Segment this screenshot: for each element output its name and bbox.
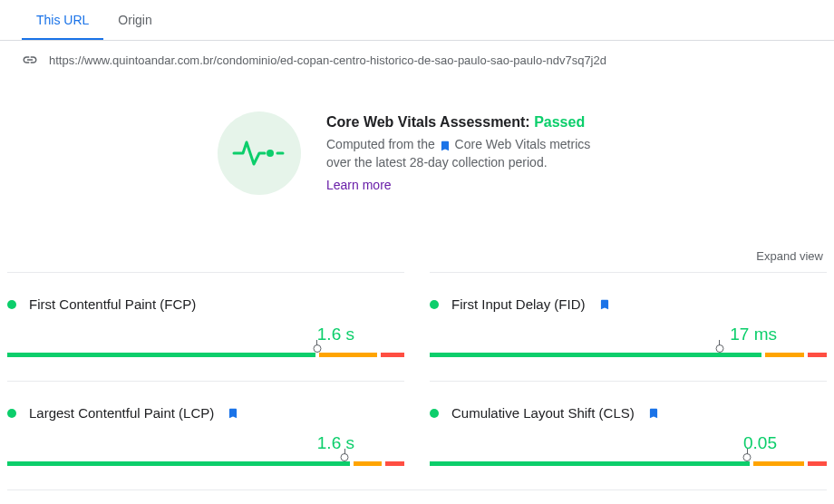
gauge-segment <box>385 461 404 466</box>
metric-gauge <box>7 348 404 361</box>
assessment-text: Core Web Vitals Assessment: Passed Compu… <box>326 114 616 191</box>
metric-card: First Input Delay (FID)17 ms <box>430 272 827 381</box>
metric-card: Largest Contentful Paint (LCP)1.6 s <box>7 381 404 489</box>
metrics-divider <box>7 489 827 490</box>
metric-value: 1.6 s <box>7 325 404 344</box>
pulse-icon <box>230 135 288 171</box>
status-dot <box>7 300 16 309</box>
metric-value: 0.05 <box>430 433 827 453</box>
gauge-segment <box>354 461 381 466</box>
url-row: https://www.quintoandar.com.br/condomini… <box>0 41 834 79</box>
metric-gauge <box>7 457 404 470</box>
assessment-status: Passed <box>534 114 585 130</box>
metric-gauge <box>430 348 827 361</box>
metric-header: Largest Contentful Paint (LCP) <box>7 405 404 421</box>
gauge-segment <box>808 461 827 466</box>
gauge-marker <box>715 344 723 353</box>
tabs-bar: This URL Origin <box>0 0 834 41</box>
svg-point-0 <box>267 150 274 157</box>
bookmark-icon <box>647 407 660 420</box>
gauge-segment <box>319 353 378 357</box>
metric-header: First Input Delay (FID) <box>430 296 827 312</box>
gauge-marker <box>743 453 752 461</box>
metric-value: 17 ms <box>430 325 827 344</box>
gauge-segment <box>7 353 315 357</box>
gauge-bar <box>430 353 827 357</box>
gauge-segment <box>753 461 804 466</box>
gauge-bar <box>7 461 404 466</box>
gauge-bar <box>430 461 827 466</box>
gauge-segment <box>381 353 404 357</box>
metric-name: Largest Contentful Paint (LCP) <box>29 405 214 421</box>
assessment-title: Core Web Vitals Assessment: Passed <box>326 114 616 131</box>
metric-header: Cumulative Layout Shift (CLS) <box>430 405 827 421</box>
expand-view-row: Expand view <box>0 249 834 272</box>
gauge-marker <box>313 344 321 353</box>
assessment-description: Computed from the Core Web Vitals metric… <box>326 136 616 171</box>
metric-header: First Contentful Paint (FCP) <box>7 296 404 312</box>
bookmark-icon <box>598 298 611 311</box>
gauge-segment <box>7 461 350 466</box>
metrics-grid: First Contentful Paint (FCP)1.6 sFirst I… <box>0 272 834 489</box>
gauge-segment <box>430 461 750 466</box>
learn-more-link[interactable]: Learn more <box>326 178 616 192</box>
bookmark-icon <box>439 140 451 152</box>
status-dot <box>430 409 439 418</box>
bookmark-icon <box>227 407 239 420</box>
metric-gauge <box>430 457 827 470</box>
assessment-title-prefix: Core Web Vitals Assessment: <box>326 114 534 130</box>
status-dot <box>430 300 439 309</box>
link-icon <box>22 52 38 68</box>
assessment-panel: Core Web Vitals Assessment: Passed Compu… <box>0 79 834 249</box>
gauge-segment <box>430 353 761 357</box>
metric-card: First Contentful Paint (FCP)1.6 s <box>7 272 404 381</box>
metric-name: First Input Delay (FID) <box>451 296 586 312</box>
tab-this-url[interactable]: This URL <box>22 0 103 40</box>
metric-card: Cumulative Layout Shift (CLS)0.05 <box>430 381 827 489</box>
gauge-marker <box>341 453 349 461</box>
gauge-segment <box>765 353 804 357</box>
metric-name: Cumulative Layout Shift (CLS) <box>451 405 635 421</box>
status-dot <box>7 409 16 418</box>
assessment-desc-prefix: Computed from the <box>326 137 439 151</box>
gauge-bar <box>7 353 404 357</box>
pulse-icon-circle <box>218 111 301 195</box>
gauge-segment <box>808 353 827 357</box>
expand-view-link[interactable]: Expand view <box>756 249 823 263</box>
tab-origin[interactable]: Origin <box>103 0 166 40</box>
url-text: https://www.quintoandar.com.br/condomini… <box>49 53 606 67</box>
metric-name: First Contentful Paint (FCP) <box>29 296 196 312</box>
